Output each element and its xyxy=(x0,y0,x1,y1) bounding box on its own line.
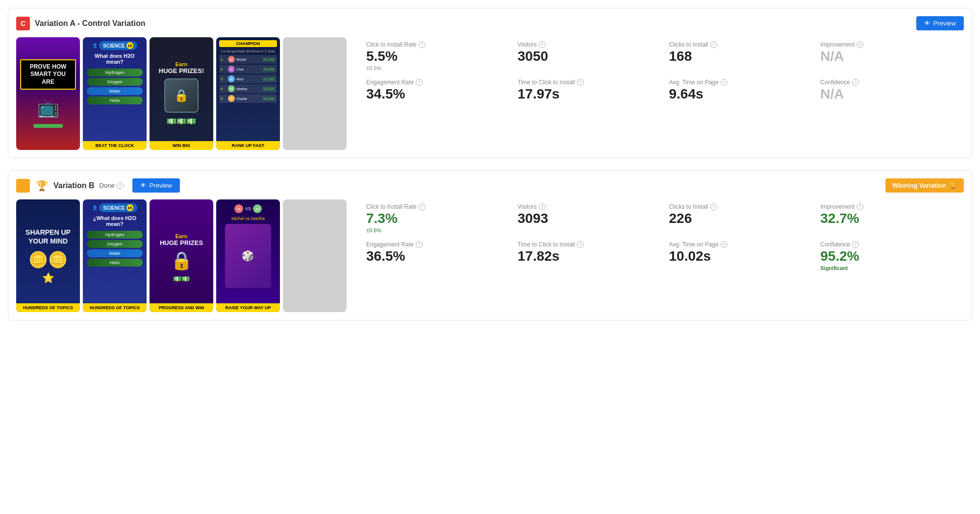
variation-a-preview-button[interactable]: 👁 Preview xyxy=(916,16,964,30)
option-oxygen-a: Oxygen xyxy=(87,78,143,86)
stat-b-confidence-value: 95.2% xyxy=(820,249,956,264)
screenshot-b2-question: ¿What does H2O mean? xyxy=(87,215,143,227)
variation-b-title: Variation B xyxy=(53,181,95,190)
visitors-info-icon-a[interactable]: ? xyxy=(539,41,546,48)
option-water-a: Water xyxy=(87,87,143,95)
screenshot-b1-coins: 🪙🪙 xyxy=(28,250,68,269)
improvement-info-icon-a[interactable]: ? xyxy=(856,41,863,48)
atop-info-icon-b[interactable]: ? xyxy=(721,241,728,248)
screenshot-b4-label: RAISE YOUR WAY UP xyxy=(216,303,280,312)
screenshot-b2-label: HUNDREDS OF TOPICS xyxy=(83,303,147,312)
stat-a-atop: Avg. Time on Page ? 9.64s xyxy=(661,75,813,106)
improvement-info-icon-b[interactable]: ? xyxy=(856,203,863,210)
variation-a-icon: C xyxy=(16,17,30,30)
screenshot-b4-names: Michel vs Martha xyxy=(231,216,265,221)
stat-b-atop-value: 10.02s xyxy=(669,249,805,264)
screenshot-b3-prizes: HUGE PRIZES xyxy=(160,239,203,246)
engagement-info-icon-b[interactable]: ? xyxy=(416,241,423,248)
option-hydrogen-b: Hydrogen xyxy=(87,231,143,239)
eye-icon-b: 👁 xyxy=(140,182,147,189)
stat-a-clicks-value: 168 xyxy=(669,49,805,64)
stat-b-atop: Avg. Time on Page ? 10.02s xyxy=(661,237,813,275)
screenshot-a3-money: 💵💵💵 xyxy=(167,117,196,126)
variation-b-preview-button[interactable]: 👁 Preview xyxy=(132,178,180,193)
screenshot-b4: M VS M Michel vs Martha 🎲 RAISE YOUR WAY… xyxy=(216,199,280,312)
stat-a-ttci: Time to Click to Install ? 17.97s xyxy=(510,75,661,106)
stat-a-atop-value: 9.64s xyxy=(669,87,805,102)
stat-b-improvement-value: 32.7% xyxy=(820,211,956,226)
stat-a-ctr-value: 5.5% xyxy=(366,49,502,64)
screenshot-b5-placeholder xyxy=(283,199,347,312)
variation-b-header: 🏆 Variation B Done ? 👁 Preview Winning V… xyxy=(16,178,964,193)
stat-b-engagement: Engagement Rate ? 36.5% xyxy=(358,237,510,275)
option-helio-a: Helio xyxy=(87,97,143,104)
ctr-info-icon-b[interactable]: ? xyxy=(419,203,426,210)
screenshot-a5-placeholder xyxy=(283,37,347,150)
screenshot-b1: SHARPEN UP YOUR MIND 🪙🪙 ⭐ HUNDREDS OF TO… xyxy=(16,199,80,312)
option-helio-b: Helio xyxy=(87,259,143,267)
screenshot-a4-champion: CHAMPION xyxy=(219,40,277,47)
stat-b-confidence-sub: Significant xyxy=(820,265,956,271)
stat-a-visitors-value: 3050 xyxy=(518,49,653,64)
confidence-info-icon-b[interactable]: ? xyxy=(852,241,859,248)
lb-row-5: 5 C Charlie 15,000 xyxy=(219,94,277,103)
variation-b-stats: Click to Install Rate ? 7.3% ±0.6% Visit… xyxy=(358,199,964,275)
confidence-info-icon-a[interactable]: ? xyxy=(852,79,859,86)
stat-b-clicks: Clicks to Install ? 226 xyxy=(661,199,813,237)
stat-b-improvement: Improvement ? 32.7% xyxy=(812,199,964,237)
stat-b-clicks-value: 226 xyxy=(669,211,805,226)
variation-b-screenshots: SHARPEN UP YOUR MIND 🪙🪙 ⭐ HUNDREDS OF TO… xyxy=(16,199,347,312)
screenshot-a3-safe: 🔒 xyxy=(164,78,199,113)
screenshot-a2-badge: SCIENCE 15 xyxy=(99,41,137,50)
clicks-info-icon-b[interactable]: ? xyxy=(710,203,717,210)
winning-trophy-icon: 🏆 xyxy=(949,182,957,189)
stat-b-ctr-sub: ±0.6% xyxy=(366,227,502,233)
screenshot-a3-label: WIN BIG xyxy=(150,141,213,150)
stat-a-confidence-value: N/A xyxy=(820,87,956,102)
screenshot-a3-prizes: HUGE PRIZES! xyxy=(159,67,204,74)
lb-row-1: 1 M Michel 35,000 xyxy=(219,55,277,64)
engagement-info-icon-a[interactable]: ? xyxy=(416,79,423,86)
stat-b-ctr-value: 7.3% xyxy=(366,211,502,226)
stat-b-ctr: Click to Install Rate ? 7.3% ±0.6% xyxy=(358,199,510,237)
ctr-info-icon-a[interactable]: ? xyxy=(419,41,426,48)
variation-a-header: C Variation A - Control Variation 👁 Prev… xyxy=(16,16,964,30)
stat-b-ttci-value: 17.82s xyxy=(518,249,653,264)
screenshot-a3: Earn HUGE PRIZES! 🔒 💵💵💵 WIN BIG xyxy=(150,37,213,150)
screenshot-b1-star: ⭐ xyxy=(42,272,54,284)
stat-a-visitors: Visitors ? 3050 xyxy=(510,37,661,75)
screenshot-b2-badge: SCIENCE 15 xyxy=(99,203,137,212)
stat-a-clicks: Clicks to Install ? 168 xyxy=(661,37,813,75)
stat-b-engagement-value: 36.5% xyxy=(366,249,502,264)
screenshot-a1: PROVE HOW SMART YOU ARE 📺 xyxy=(16,37,80,150)
ttci-info-icon-a[interactable]: ? xyxy=(577,79,584,86)
done-badge: Done ? xyxy=(100,182,124,189)
screenshot-b3-earn: Earn xyxy=(176,233,187,239)
stat-b-visitors-value: 3093 xyxy=(518,211,653,226)
screenshot-b4-vs: VS xyxy=(245,206,251,211)
stat-b-ttci: Time to Click to Install ? 17.82s xyxy=(510,237,661,275)
variation-a-content: PROVE HOW SMART YOU ARE 📺 👤 SCIENCE 15 W xyxy=(16,37,964,150)
screenshot-a1-title: PROVE HOW SMART YOU ARE xyxy=(25,63,71,86)
screenshot-b3: Earn HUGE PRIZES 🔒 💵💵 PROGRESS AND WIN xyxy=(150,199,213,312)
stat-b-visitors: Visitors ? 3093 xyxy=(510,199,661,237)
screenshot-a4-label: RANK UP FAST xyxy=(216,141,280,150)
lb-row-2: 2 C Cher 25,000 xyxy=(219,65,277,73)
ttci-info-icon-b[interactable]: ? xyxy=(577,241,584,248)
screenshot-a2-question: What does H2O mean? xyxy=(87,53,143,65)
screenshot-b3-money: 💵💵 xyxy=(173,275,190,283)
stat-a-confidence: Confidence ? N/A xyxy=(812,75,964,106)
visitors-info-icon-b[interactable]: ? xyxy=(539,203,546,210)
stat-a-engagement-value: 34.5% xyxy=(366,87,502,102)
atop-info-icon-a[interactable]: ? xyxy=(721,79,728,86)
screenshot-a2-user-icon: 👤 xyxy=(92,43,98,48)
screenshot-b3-label: PROGRESS AND WIN xyxy=(150,303,213,312)
stat-a-ctr: Click to Install Rate ? 5.5% ±0.5% xyxy=(358,37,510,75)
done-info-icon[interactable]: ? xyxy=(117,182,124,189)
screenshot-a1-tv-icon: 📺 xyxy=(37,98,59,118)
clicks-info-icon-a[interactable]: ? xyxy=(710,41,717,48)
stat-b-confidence: Confidence ? 95.2% Significant xyxy=(812,237,964,275)
screenshot-a4: CHAMPION La temporada termina in 3 días … xyxy=(216,37,280,150)
lb-row-4: 4 M Martha 18,000 xyxy=(219,84,277,93)
stat-a-ttci-value: 17.97s xyxy=(518,87,653,102)
